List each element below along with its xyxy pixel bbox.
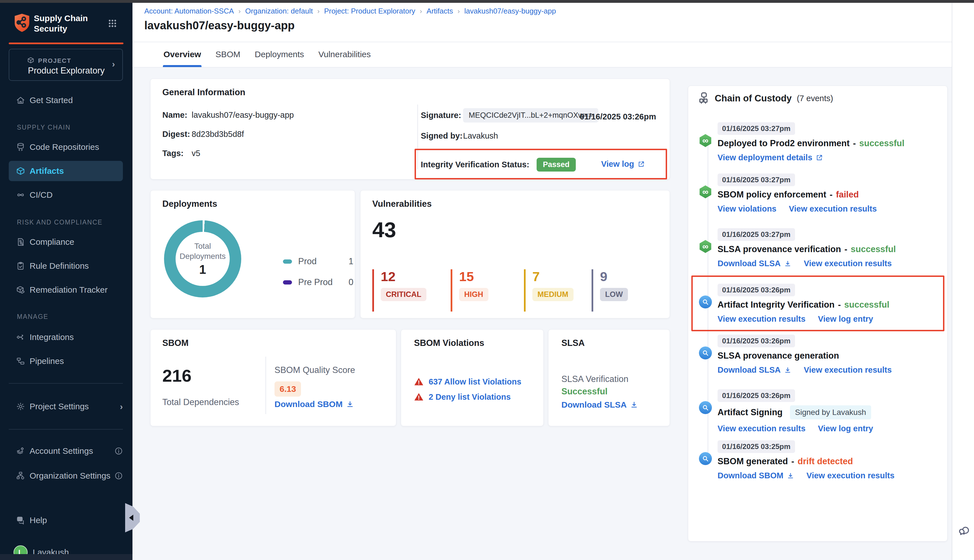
view-execution-results-link[interactable]: View execution results bbox=[807, 471, 894, 480]
view-deployment-details-link[interactable]: View deployment details bbox=[717, 153, 823, 162]
signature-value-pill[interactable]: MEQCICde2VjIT...bL+2+mqnOXw== bbox=[463, 108, 598, 123]
prod-swatch bbox=[283, 260, 292, 264]
sidebar-item-code-repositories[interactable]: Code Repositories bbox=[0, 137, 132, 157]
sidebar-item-help[interactable]: ? Help bbox=[0, 510, 132, 530]
sidebar-item-pipelines[interactable]: Pipelines bbox=[0, 351, 132, 371]
download-slsa-link[interactable]: Download SLSA bbox=[717, 365, 791, 375]
allow-list-violations-link[interactable]: 637 Allow list Violations bbox=[429, 377, 521, 387]
module-grid-icon[interactable] bbox=[108, 18, 117, 28]
info-icon[interactable] bbox=[114, 472, 123, 480]
sidebar-item-compliance[interactable]: Compliance bbox=[0, 232, 132, 252]
card-title: SBOM Violations bbox=[414, 338, 484, 348]
page-header: Account: Automation-SSCA › Organization:… bbox=[132, 3, 952, 42]
tab-deployments[interactable]: Deployments bbox=[254, 48, 305, 61]
vulnerabilities-card: Vulnerabilities 43 12 CRITICAL 15 HIGH 7… bbox=[360, 190, 670, 318]
supply-chain-shield-logo-icon bbox=[13, 13, 31, 33]
event-status: successful bbox=[851, 244, 896, 254]
project-selector-name: Product Exploratory bbox=[28, 66, 105, 76]
package-remediation-icon bbox=[16, 285, 25, 294]
event-slsa-provenance-verification: ∞ 01/16/2025 03:27pm SLSA provenance ver… bbox=[717, 228, 937, 268]
card-title: SLSA bbox=[561, 338, 585, 348]
view-log-entry-link[interactable]: View log entry bbox=[818, 424, 873, 433]
sidebar-item-project-settings[interactable]: Project Settings › bbox=[0, 396, 132, 417]
download-slsa-link[interactable]: Download SLSA bbox=[717, 259, 791, 268]
integrations-icon bbox=[16, 333, 25, 342]
severity-medium[interactable]: 7 MEDIUM bbox=[524, 269, 574, 312]
scan-magnifier-icon bbox=[699, 347, 712, 360]
breadcrumb-artifacts[interactable]: Artifacts bbox=[427, 7, 453, 15]
tab-overview[interactable]: Overview bbox=[163, 48, 202, 61]
event-timestamp: 01/16/2025 03:27pm bbox=[717, 173, 795, 186]
severity-critical[interactable]: 12 CRITICAL bbox=[372, 269, 426, 312]
total-deployments-value: 1 bbox=[199, 263, 206, 277]
card-title: Deployments bbox=[162, 199, 217, 209]
support-chat-icon[interactable] bbox=[957, 524, 971, 537]
legend-item-preprod[interactable]: Pre Prod 0 bbox=[283, 274, 354, 290]
legend-item-prod[interactable]: Prod 1 bbox=[283, 253, 354, 269]
digest-row: Digest: 8d23bd3b5d8f bbox=[162, 130, 244, 139]
sidebar-item-rule-definitions[interactable]: Rule Definitions bbox=[0, 256, 132, 276]
sidebar-item-account-settings[interactable]: Account Settings bbox=[0, 441, 132, 461]
breadcrumb-separator: › bbox=[238, 7, 241, 15]
help-chat-icon: ? bbox=[16, 516, 25, 525]
sidebar: Supply ChainSecurity PROJECT Product Exp… bbox=[0, 3, 132, 560]
sidebar-section-supply-chain: SUPPLY CHAIN bbox=[17, 124, 71, 131]
chain-icon bbox=[697, 92, 710, 105]
breadcrumb-account[interactable]: Account: Automation-SSCA bbox=[144, 7, 234, 15]
severity-low[interactable]: 9 LOW bbox=[592, 269, 628, 312]
scan-magnifier-icon bbox=[699, 295, 712, 308]
event-sbom-policy-enforcement: ∞ 01/16/2025 03:27pm SBOM policy enforce… bbox=[717, 173, 937, 213]
preprod-swatch bbox=[283, 280, 292, 285]
severity-high[interactable]: 15 HIGH bbox=[450, 269, 489, 312]
tab-vulnerabilities[interactable]: Vulnerabilities bbox=[318, 48, 372, 61]
view-log-entry-link[interactable]: View log entry bbox=[818, 314, 873, 324]
breadcrumb-project[interactable]: Project: Product Exploratory bbox=[324, 7, 415, 15]
project-selector[interactable]: PROJECT Product Exploratory › bbox=[9, 49, 123, 81]
sidebar-item-integrations[interactable]: Integrations bbox=[0, 327, 132, 347]
allow-list-violations-row: 637 Allow list Violations bbox=[414, 377, 521, 387]
deployments-donut-chart[interactable]: TotalDeployments 1 bbox=[164, 220, 241, 297]
tab-sbom[interactable]: SBOM bbox=[215, 48, 241, 61]
view-violations-link[interactable]: View violations bbox=[717, 204, 776, 213]
view-execution-results-link[interactable]: View execution results bbox=[717, 424, 806, 433]
breadcrumb-separator: › bbox=[317, 7, 320, 15]
sidebar-item-organization-settings[interactable]: Organization Settings bbox=[0, 466, 132, 486]
sidebar-item-artifacts[interactable]: Artifacts bbox=[9, 161, 123, 181]
event-status: successful bbox=[844, 300, 889, 310]
breadcrumb-separator: › bbox=[458, 7, 460, 15]
tags-row: Tags: v5 bbox=[162, 149, 200, 158]
breadcrumb-current[interactable]: lavakush07/easy-buggy-app bbox=[464, 7, 556, 15]
download-sbom-link[interactable]: Download SBOM bbox=[717, 471, 794, 480]
view-execution-results-link[interactable]: View execution results bbox=[789, 204, 877, 213]
warning-icon bbox=[414, 392, 424, 402]
infinity-icon bbox=[16, 190, 25, 200]
download-slsa-link[interactable]: Download SLSA bbox=[561, 400, 638, 410]
deny-list-violations-link[interactable]: 2 Deny list Violations bbox=[429, 392, 511, 402]
signature-timestamp: 01/16/2025 03:26pm bbox=[580, 112, 656, 122]
sidebar-section-manage: MANAGE bbox=[17, 313, 48, 320]
brand-accent-divider bbox=[9, 43, 123, 44]
app-title: Supply ChainSecurity bbox=[34, 13, 88, 34]
deployments-legend: Prod 1 Pre Prod 0 bbox=[283, 253, 354, 295]
sidebar-item-get-started[interactable]: Get Started bbox=[0, 90, 132, 110]
download-sbom-link[interactable]: Download SBOM bbox=[275, 400, 354, 409]
info-icon[interactable] bbox=[114, 447, 123, 455]
event-timestamp: 01/16/2025 03:27pm bbox=[717, 228, 795, 241]
view-execution-results-link[interactable]: View execution results bbox=[804, 259, 892, 268]
view-log-link[interactable]: View log bbox=[601, 160, 645, 169]
card-title: SBOM bbox=[162, 338, 188, 348]
sidebar-item-remediation-tracker[interactable]: Remediation Tracker bbox=[0, 280, 132, 300]
project-selector-label: PROJECT bbox=[38, 57, 71, 65]
view-execution-results-link[interactable]: View execution results bbox=[804, 365, 892, 375]
breadcrumb-organization[interactable]: Organization: default bbox=[245, 7, 313, 15]
total-dependencies-label: Total Dependencies bbox=[162, 397, 239, 407]
sidebar-item-cicd[interactable]: CI/CD bbox=[0, 185, 132, 205]
event-timestamp: 01/16/2025 03:25pm bbox=[717, 440, 795, 453]
sidebar-collapse-handle[interactable] bbox=[125, 503, 140, 532]
download-icon bbox=[630, 401, 638, 409]
slsa-verification-label: SLSA Verification bbox=[561, 374, 629, 384]
view-execution-results-link[interactable]: View execution results bbox=[717, 314, 806, 324]
event-status: successful bbox=[859, 138, 904, 148]
signature-row: Signature: MEQCICde2VjIT...bL+2+mqnOXw== bbox=[421, 108, 598, 123]
event-slsa-provenance-generation: 01/16/2025 03:26pm SLSA provenance gener… bbox=[717, 335, 937, 375]
